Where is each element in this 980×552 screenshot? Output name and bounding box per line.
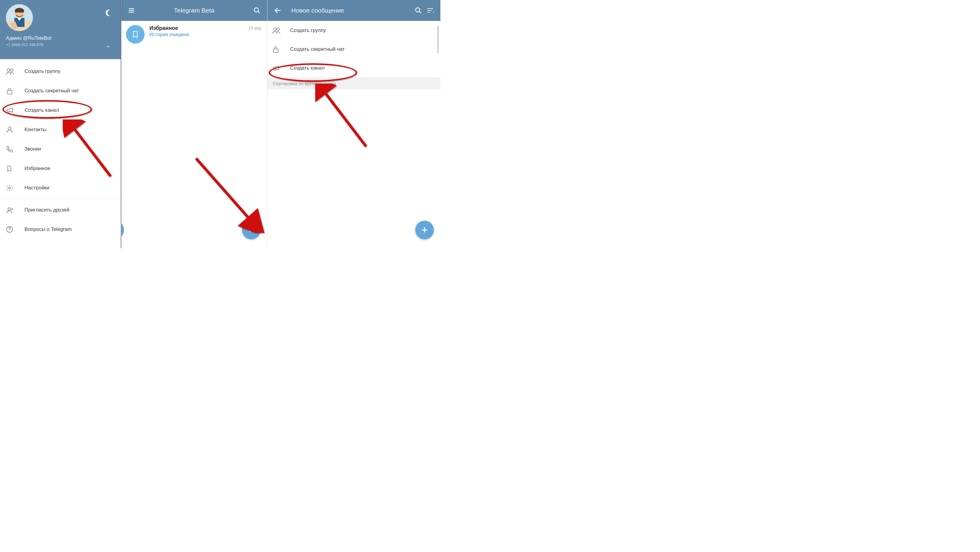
megaphone-icon <box>272 64 290 72</box>
menu-label: Создать секретный чат <box>24 88 79 94</box>
phone-icon <box>6 145 24 153</box>
lock-icon <box>6 87 24 94</box>
menu-label: Настройки <box>24 185 49 191</box>
group-icon <box>6 67 24 75</box>
user-avatar[interactable] <box>6 4 33 31</box>
menu-contacts[interactable]: Контакты <box>0 120 121 139</box>
svg-line-17 <box>323 90 366 146</box>
menu-faq[interactable]: Вопросы о Telegram <box>0 220 121 239</box>
option-label: Создать группу <box>290 27 326 33</box>
screen-title: Новое сообщение <box>291 7 412 14</box>
annotation-arrow <box>315 84 375 152</box>
drawer-menu: Создать группу Создать секретный чат Соз… <box>0 59 121 239</box>
chat-subtitle: История очищена <box>150 32 248 37</box>
menu-label: Контакты <box>24 127 46 133</box>
group-icon <box>272 27 290 34</box>
drawer-username: Админ @RuTeleBot <box>6 35 115 41</box>
help-icon <box>6 226 24 233</box>
menu-label: Пригласить друзей <box>24 207 69 213</box>
menu-label: Создать группу <box>24 68 60 75</box>
search-icon[interactable] <box>251 7 263 14</box>
sort-icon[interactable] <box>424 6 436 14</box>
option-label: Создать секретный чат <box>290 46 345 52</box>
svg-line-16 <box>196 158 251 221</box>
option-label: Создать канал <box>290 65 325 71</box>
scrollbar-hint <box>438 26 439 53</box>
account-chevron-icon[interactable] <box>106 44 111 49</box>
option-create-secret-chat[interactable]: Создать секретный чат <box>267 40 441 59</box>
add-contact-fab[interactable] <box>415 221 434 239</box>
compose-fab[interactable] <box>242 221 261 239</box>
search-icon[interactable] <box>412 7 424 14</box>
menu-invite[interactable]: Пригласить друзей <box>0 200 121 220</box>
menu-divider <box>0 199 121 199</box>
menu-label: Избранное <box>24 165 50 172</box>
topbar: Новое сообщение <box>267 0 441 21</box>
sort-section-header: Сортировка по времени входа <box>267 77 441 89</box>
menu-create-secret-chat[interactable]: Создать секретный чат <box>0 81 121 100</box>
menu-create-group[interactable]: Создать группу <box>0 62 121 81</box>
chat-date: 15 апр. <box>248 26 262 30</box>
saved-avatar <box>126 25 145 44</box>
panel-new-message: Новое сообщение Создать группу Создать с… <box>267 0 441 248</box>
drawer-header: Админ @RuTeleBot +7 (999) 012 345 678 <box>0 0 121 59</box>
hamburger-icon[interactable] <box>126 7 137 14</box>
megaphone-icon <box>6 107 24 114</box>
option-create-channel[interactable]: Создать канал <box>267 59 441 77</box>
chat-title: Избранное <box>150 25 248 31</box>
option-create-group[interactable]: Создать группу <box>267 21 441 40</box>
contact-icon <box>6 126 24 133</box>
menu-calls[interactable]: Звонки <box>0 139 121 159</box>
menu-label: Создать канал <box>24 107 59 113</box>
app-title: Telegram Beta <box>137 7 251 14</box>
invite-icon <box>6 206 24 214</box>
chat-row-text: Избранное История очищена <box>150 25 248 37</box>
back-icon[interactable] <box>272 7 283 14</box>
menu-create-channel[interactable]: Создать канал <box>0 100 121 120</box>
menu-saved[interactable]: Избранное <box>0 159 121 178</box>
chat-row-saved[interactable]: Избранное История очищена 15 апр. <box>121 21 267 46</box>
night-mode-icon[interactable] <box>105 9 113 17</box>
panel-chatlist: Telegram Beta Избранное История очищена … <box>121 0 267 248</box>
menu-settings[interactable]: Настройки <box>0 178 121 197</box>
topbar: Telegram Beta <box>121 0 267 21</box>
drawer-phone: +7 (999) 012 345 678 <box>6 42 115 47</box>
gear-icon <box>6 184 24 191</box>
navigation-drawer: Админ @RuTeleBot +7 (999) 012 345 678 Со… <box>0 0 121 248</box>
panel-drawer: 15 апр. Админ @RuTeleBot <box>0 0 121 248</box>
menu-label: Вопросы о Telegram <box>24 226 72 232</box>
bookmark-icon <box>6 165 24 172</box>
lock-icon <box>272 46 290 53</box>
menu-label: Звонки <box>24 146 41 152</box>
